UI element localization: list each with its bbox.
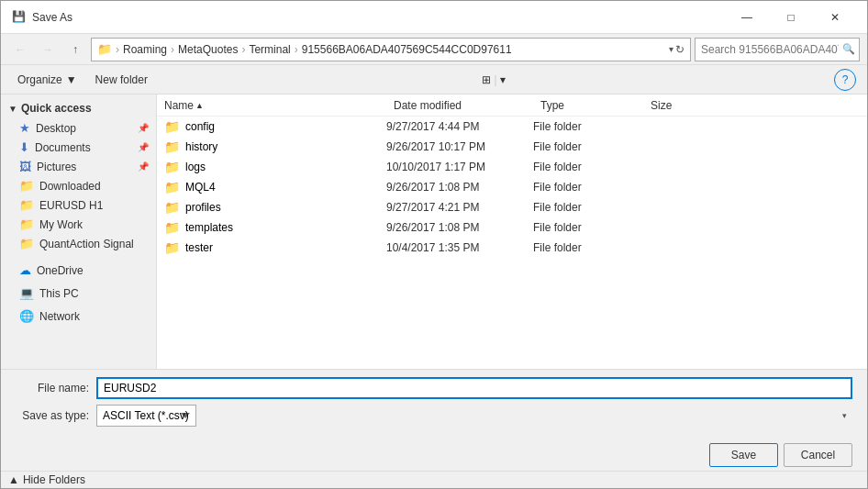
view-toggle-button[interactable]: ⊞ | ▾ xyxy=(478,72,509,88)
file-type: File folder xyxy=(533,221,643,234)
sidebar-item-pictures[interactable]: 🖼 Pictures 📌 xyxy=(1,157,156,176)
breadcrumb-terminal[interactable]: Terminal xyxy=(249,43,290,56)
folder-icon: 📁 xyxy=(164,160,180,174)
thispc-icon: 💻 xyxy=(19,286,34,300)
savetype-select[interactable]: ASCII Text (*.csv) xyxy=(96,405,196,427)
table-row[interactable]: 📁 profiles 9/27/2017 4:21 PM File folder xyxy=(157,197,867,217)
file-type: File folder xyxy=(533,161,643,173)
pictures-folder-icon: 🖼 xyxy=(19,160,31,173)
sidebar-item-quantaction[interactable]: 📁 QuantAction Signal xyxy=(1,234,156,253)
file-date: 9/26/2017 1:08 PM xyxy=(386,181,533,194)
file-name: MQL4 xyxy=(185,181,216,194)
col-header-size[interactable]: Size xyxy=(643,97,717,114)
file-list: 📁 config 9/27/2017 4:44 PM File folder 📁… xyxy=(157,117,867,258)
file-type: File folder xyxy=(533,120,643,133)
eurusd-folder-icon: 📁 xyxy=(19,198,34,212)
up-button[interactable]: ↑ xyxy=(63,39,87,61)
file-date: 9/26/2017 10:17 PM xyxy=(386,140,533,153)
breadcrumb-roaming[interactable]: Roaming xyxy=(123,43,167,56)
file-type: File folder xyxy=(533,241,643,254)
table-row[interactable]: 📁 history 9/26/2017 10:17 PM File folder xyxy=(157,137,867,157)
top-actions-bar: Organize ▼ New folder ⊞ | ▾ ? xyxy=(1,65,867,94)
col-header-name[interactable]: Name ▲ xyxy=(157,97,386,114)
help-icon: ? xyxy=(842,73,849,86)
quick-access-header[interactable]: ▼ Quick access xyxy=(1,98,156,118)
documents-folder-icon: ⬇ xyxy=(19,140,29,154)
breadcrumb-guid[interactable]: 915566BA06ADA407569C544CC0D97611 xyxy=(302,43,512,56)
search-box: 🔍 xyxy=(695,38,860,61)
file-name: config xyxy=(185,120,215,133)
savetype-label: Save as type: xyxy=(16,409,89,422)
bottom-panel: File name: Save as type: ASCII Text (*.c… xyxy=(1,369,867,439)
col-header-date[interactable]: Date modified xyxy=(386,97,533,114)
sidebar-item-desktop[interactable]: ★ Desktop 📌 xyxy=(1,118,156,138)
folder-icon: 📁 xyxy=(164,220,180,235)
hide-folders-arrow-icon: ▲ xyxy=(8,473,19,486)
table-row[interactable]: 📁 tester 10/4/2017 1:35 PM File folder xyxy=(157,238,867,258)
quantaction-label: QuantAction Signal xyxy=(39,238,134,250)
sidebar-item-onedrive[interactable]: ☁ OneDrive xyxy=(1,261,156,280)
address-bar[interactable]: 📁 › Roaming › MetaQuotes › Terminal › 91… xyxy=(91,38,691,61)
file-date: 10/10/2017 1:17 PM xyxy=(386,161,533,173)
refresh-button[interactable]: ↻ xyxy=(675,43,684,56)
filename-input[interactable] xyxy=(96,377,852,399)
file-name: logs xyxy=(185,161,206,173)
organize-button[interactable]: Organize ▼ xyxy=(12,72,83,88)
sidebar-item-documents[interactable]: ⬇ Documents 📌 xyxy=(1,138,156,157)
address-toolbar: ← → ↑ 📁 › Roaming › MetaQuotes › Termina… xyxy=(1,34,867,65)
sidebar-item-downloaded[interactable]: 📁 Downloaded xyxy=(1,176,156,195)
table-row[interactable]: 📁 templates 9/26/2017 1:08 PM File folde… xyxy=(157,217,867,238)
sidebar-item-eurusd-h1[interactable]: 📁 EURUSD H1 xyxy=(1,195,156,215)
close-button[interactable]: ✕ xyxy=(814,5,856,30)
desktop-folder-icon: ★ xyxy=(19,121,30,135)
mywork-folder-icon: 📁 xyxy=(19,217,34,231)
network-label: Network xyxy=(39,310,80,323)
maximize-button[interactable]: □ xyxy=(770,5,812,30)
pictures-label: Pictures xyxy=(37,161,76,173)
table-row[interactable]: 📁 MQL4 9/26/2017 1:08 PM File folder xyxy=(157,177,867,197)
sidebar-item-network[interactable]: 🌐 Network xyxy=(1,306,156,326)
col-type-label: Type xyxy=(540,99,564,112)
breadcrumb-metaquotes[interactable]: MetaQuotes xyxy=(178,43,238,56)
forward-button[interactable]: → xyxy=(36,39,60,61)
content-area: ▼ Quick access ★ Desktop 📌 ⬇ Documents 📌… xyxy=(1,94,867,369)
help-button[interactable]: ? xyxy=(834,69,856,91)
mywork-label: My Work xyxy=(39,218,83,231)
breadcrumb-sep-1: › xyxy=(171,43,174,56)
column-headers: Name ▲ Date modified Type Size xyxy=(157,94,867,117)
file-date: 9/27/2017 4:44 PM xyxy=(386,120,533,133)
desktop-pin-icon: 📌 xyxy=(138,123,149,133)
file-name: history xyxy=(185,140,217,153)
minimize-button[interactable]: — xyxy=(726,5,768,30)
documents-pin-icon: 📌 xyxy=(138,142,149,152)
cancel-button[interactable]: Cancel xyxy=(784,443,852,467)
new-folder-button[interactable]: New folder xyxy=(90,72,153,88)
address-dropdown-button[interactable]: ▾ xyxy=(669,44,673,54)
table-row[interactable]: 📁 config 9/27/2017 4:44 PM File folder xyxy=(157,117,867,137)
file-name: tester xyxy=(185,241,213,254)
file-area: Name ▲ Date modified Type Size 📁 config xyxy=(157,94,867,369)
onedrive-label: OneDrive xyxy=(37,264,83,277)
col-date-label: Date modified xyxy=(394,99,462,112)
hide-folders-button[interactable]: ▲ Hide Folders xyxy=(8,473,85,486)
file-type: File folder xyxy=(533,181,643,194)
breadcrumb-sep-3: › xyxy=(295,43,298,56)
sidebar-item-my-work[interactable]: 📁 My Work xyxy=(1,215,156,234)
table-row[interactable]: 📁 logs 10/10/2017 1:17 PM File folder xyxy=(157,157,867,177)
documents-label: Documents xyxy=(35,141,91,154)
breadcrumb-sep-2: › xyxy=(241,43,245,56)
window-controls: — □ ✕ xyxy=(726,5,856,30)
col-header-type[interactable]: Type xyxy=(533,97,643,114)
savetype-wrapper: ASCII Text (*.csv) ▾ xyxy=(96,405,852,427)
organize-arrow-icon: ▼ xyxy=(66,73,77,86)
search-input[interactable] xyxy=(701,43,839,56)
hide-folders-row: ▲ Hide Folders xyxy=(1,471,867,488)
save-button[interactable]: Save xyxy=(709,443,778,467)
file-date: 9/26/2017 1:08 PM xyxy=(386,221,533,234)
downloaded-label: Downloaded xyxy=(39,180,101,193)
back-button[interactable]: ← xyxy=(8,39,32,61)
eurusd-label: EURUSD H1 xyxy=(39,199,103,212)
sidebar-item-this-pc[interactable]: 💻 This PC xyxy=(1,283,156,303)
pictures-pin-icon: 📌 xyxy=(138,161,149,172)
col-size-label: Size xyxy=(651,99,672,112)
